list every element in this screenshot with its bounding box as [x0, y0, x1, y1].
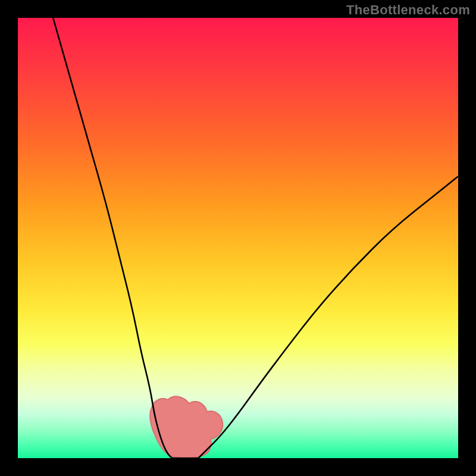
watermark-text: TheBottleneck.com — [346, 2, 470, 18]
bottleneck-curve — [53, 18, 458, 458]
plot-area — [18, 18, 458, 458]
outer-frame: TheBottleneck.com — [0, 0, 476, 476]
blob-cluster — [150, 396, 223, 458]
blob-shape — [150, 396, 223, 458]
chart-svg — [18, 18, 458, 458]
